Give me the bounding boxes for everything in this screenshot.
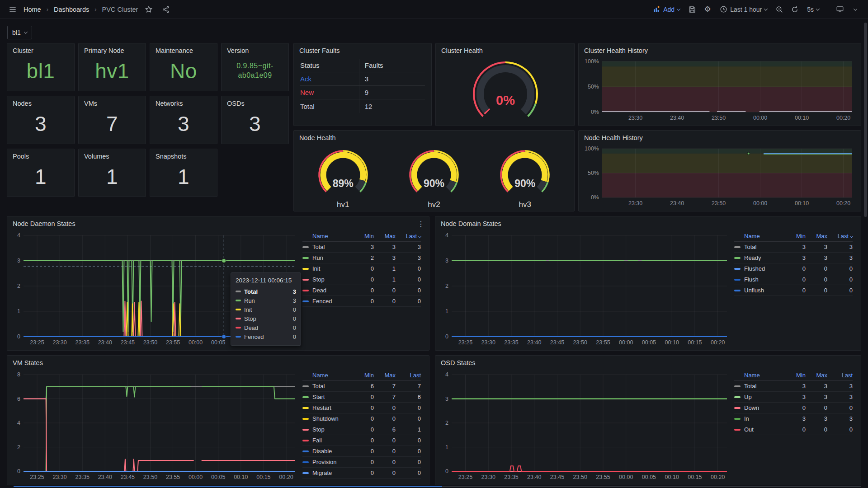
legend-row-shutdown[interactable]: Shutdown000 <box>302 413 421 424</box>
svg-text:00:05: 00:05 <box>211 474 225 480</box>
svg-text:23:50: 23:50 <box>143 474 157 480</box>
svg-text:23:30: 23:30 <box>481 474 495 480</box>
toolbar-more-icon[interactable] <box>849 3 862 16</box>
variable-picker-cluster[interactable]: bl1 <box>7 26 32 39</box>
legend-row-migrate[interactable]: Migrate000 <box>302 468 421 479</box>
stat-panel-cluster[interactable]: Cluster bl1 <box>7 43 75 91</box>
panel-title: VM States <box>7 356 429 366</box>
stat-panel-nodes[interactable]: Nodes 3 <box>7 96 75 144</box>
breadcrumb-current: PVC Cluster <box>102 6 138 13</box>
legend-row-in[interactable]: In333 <box>734 413 853 424</box>
toolbar-divider <box>828 5 828 14</box>
chart-area[interactable]: 0%50%100%23:3023:4023:5000:0000:1000:20 <box>582 57 856 123</box>
legend-row-total[interactable]: Total677 <box>302 381 421 392</box>
svg-text:00:15: 00:15 <box>688 339 702 346</box>
scrollbar-thumb[interactable] <box>864 23 867 217</box>
dashboard-settings-icon[interactable]: ⚙ <box>701 3 714 16</box>
panel-title: Volumes <box>79 149 146 160</box>
tooltip-row-init: Init0 <box>236 305 296 314</box>
panel-menu-icon[interactable]: ⋮ <box>417 220 425 228</box>
legend-row-flushed[interactable]: Flushed000 <box>734 263 853 274</box>
refresh-interval-picker[interactable]: 5s <box>804 4 822 15</box>
legend-row-start[interactable]: Start076 <box>302 392 421 403</box>
kiosk-mode-icon[interactable] <box>834 3 846 16</box>
svg-text:1: 1 <box>445 308 448 314</box>
legend-header-min[interactable]: Min <box>352 372 374 379</box>
svg-text:0: 0 <box>17 333 20 340</box>
legend-header-max[interactable]: Max <box>806 233 827 239</box>
svg-text:23:55: 23:55 <box>596 339 610 346</box>
top-nav: Home › Dashboards › PVC Cluster Add ⚙ La… <box>0 0 868 19</box>
chart-area[interactable]: 0246823:2523:3023:3523:4023:4523:5023:55… <box>11 369 300 482</box>
svg-text:23:30: 23:30 <box>628 200 642 206</box>
refresh-icon[interactable] <box>788 3 801 16</box>
save-dashboard-icon[interactable] <box>686 3 698 16</box>
legend-header-min[interactable]: Min <box>784 372 806 379</box>
share-icon[interactable] <box>160 3 172 16</box>
legend-row-unflush[interactable]: Unflush000 <box>734 285 853 296</box>
legend-row-provision[interactable]: Provision000 <box>302 457 421 468</box>
gauge-label: hv2 <box>395 200 473 209</box>
svg-text:4: 4 <box>17 420 20 426</box>
stat-panel-pools[interactable]: Pools 1 <box>7 149 75 197</box>
legend-header-last[interactable]: Last <box>396 233 421 239</box>
legend-header-min[interactable]: Min <box>352 233 374 239</box>
stat-panel-osds[interactable]: OSDs 3 <box>221 96 289 144</box>
legend-row-ready[interactable]: Ready333 <box>734 253 853 263</box>
legend-header-min[interactable]: Min <box>784 233 806 239</box>
legend-row-total[interactable]: Total333 <box>734 242 853 253</box>
svg-text:23:55: 23:55 <box>596 474 610 480</box>
svg-text:6: 6 <box>17 396 20 402</box>
legend-row-fail[interactable]: Fail000 <box>302 435 421 446</box>
stat-panel-primary-node[interactable]: Primary Node hv1 <box>78 43 146 91</box>
stat-value: 1 <box>79 160 146 197</box>
chart-area[interactable]: 0%50%100%23:3023:4023:5000:0000:1000:20 <box>582 144 856 208</box>
stat-panel-vms[interactable]: VMs 7 <box>78 96 146 144</box>
legend-header-max[interactable]: Max <box>374 233 396 239</box>
stat-panel-maintenance[interactable]: Maintenance No <box>150 43 217 91</box>
svg-text:23:55: 23:55 <box>166 339 180 346</box>
series-color-swatch <box>302 246 309 248</box>
table-row-ack[interactable]: Ack3 <box>300 72 425 86</box>
panel-title: Version <box>222 43 288 54</box>
menu-toggle-icon[interactable] <box>6 3 19 16</box>
legend-header-last[interactable]: Last <box>827 372 853 379</box>
chart-area[interactable]: 0123423:2523:3023:3523:4023:4523:5023:55… <box>439 230 731 347</box>
legend-row-stop[interactable]: Stop061 <box>302 424 421 435</box>
legend-row-fenced[interactable]: Fenced000 <box>302 296 421 307</box>
panel-cluster-health-history: Cluster Health History 0%50%100%23:3023:… <box>578 43 861 126</box>
breadcrumb-dashboards[interactable]: Dashboards <box>54 6 89 13</box>
legend-header-last[interactable]: Last <box>827 233 853 239</box>
legend-row-down[interactable]: Down000 <box>734 403 853 413</box>
legend-row-up[interactable]: Up333 <box>734 392 853 403</box>
legend-header-max[interactable]: Max <box>806 372 827 379</box>
stat-panel-volumes[interactable]: Volumes 1 <box>78 149 146 197</box>
legend-header-last[interactable]: Last <box>396 372 421 379</box>
legend-row-total[interactable]: Total333 <box>302 242 421 253</box>
table-row-total[interactable]: Total12 <box>300 99 425 113</box>
legend-row-restart[interactable]: Restart000 <box>302 403 421 413</box>
stat-panel-networks[interactable]: Networks 3 <box>150 96 217 144</box>
legend-row-run[interactable]: Run233 <box>302 253 421 263</box>
legend-row-init[interactable]: Init010 <box>302 263 421 274</box>
clock-icon <box>720 5 727 13</box>
stat-panel-snapshots[interactable]: Snapshots 1 <box>150 149 217 197</box>
table-row-new[interactable]: New9 <box>300 86 425 99</box>
legend-row-disable[interactable]: Disable000 <box>302 446 421 457</box>
legend-row-dead[interactable]: Dead000 <box>302 285 421 296</box>
panel-title: Maintenance <box>150 43 217 54</box>
add-panel-button[interactable]: Add <box>650 4 683 15</box>
chart-area[interactable]: 0123423:2523:3023:3523:4023:4523:5023:55… <box>439 369 731 482</box>
stat-panel-version[interactable]: Version 0.9.85~git-ab0a1e09 <box>221 43 289 91</box>
legend-row-flush[interactable]: Flush000 <box>734 274 853 285</box>
legend-row-out[interactable]: Out000 <box>734 424 853 435</box>
breadcrumb-home[interactable]: Home <box>24 6 41 13</box>
svg-text:00:15: 00:15 <box>256 474 270 480</box>
time-range-picker[interactable]: Last 1 hour <box>717 4 770 15</box>
svg-text:00:20: 00:20 <box>711 339 725 346</box>
star-icon[interactable] <box>142 3 155 16</box>
legend-row-total[interactable]: Total333 <box>734 381 853 392</box>
legend-row-stop[interactable]: Stop010 <box>302 274 421 285</box>
legend-header-max[interactable]: Max <box>374 372 396 379</box>
zoom-out-time-icon[interactable] <box>773 3 786 16</box>
